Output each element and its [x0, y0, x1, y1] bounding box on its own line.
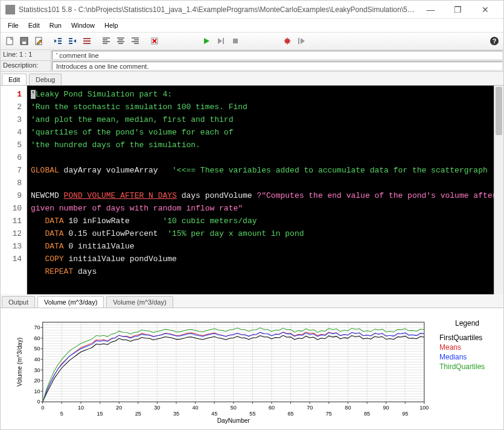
- tab-debug[interactable]: Debug: [29, 74, 62, 85]
- svg-text:30: 30: [34, 367, 40, 373]
- tab-edit[interactable]: Edit: [2, 74, 27, 85]
- minimize-button[interactable]: —: [417, 1, 444, 18]
- svg-text:70: 70: [307, 405, 313, 411]
- toolbar: ?: [1, 32, 503, 50]
- svg-text:0: 0: [37, 399, 40, 405]
- align-right-icon[interactable]: [129, 34, 142, 48]
- legend-item: ThirdQuartiles: [439, 362, 495, 371]
- titlebar: Statistics101 5.8 - C:\nbProjects\Statis…: [1, 1, 503, 19]
- code-content[interactable]: 'Leaky Pond Simulation part 4:'Run the s…: [27, 86, 503, 294]
- menu-edit[interactable]: Edit: [25, 21, 43, 30]
- svg-text:?: ?: [493, 37, 497, 45]
- chart-svg: 0102030405060700102030405060708090100515…: [7, 313, 437, 426]
- svg-text:20: 20: [34, 378, 40, 384]
- description-label: Description:: [1, 61, 51, 71]
- legend-item: Medians: [439, 353, 495, 361]
- line-label: Line: 1 : 1: [1, 50, 51, 60]
- svg-text:90: 90: [383, 405, 389, 411]
- tab-volume-1[interactable]: Volume (m^3/day): [37, 296, 104, 308]
- svg-rect-8: [298, 38, 299, 44]
- svg-text:75: 75: [326, 411, 332, 417]
- align-center-icon[interactable]: [114, 34, 127, 48]
- svg-text:80: 80: [345, 405, 351, 411]
- help-icon[interactable]: ?: [488, 34, 501, 48]
- line-info-bar: Line: 1 : 1 ' comment line: [1, 50, 503, 61]
- legend-title: Legend: [439, 319, 495, 327]
- menu-help[interactable]: Help: [101, 21, 122, 30]
- svg-text:85: 85: [364, 411, 370, 417]
- indent-icon[interactable]: [66, 34, 79, 48]
- svg-rect-6: [233, 39, 238, 43]
- svg-rect-5: [223, 38, 224, 44]
- svg-text:DayNumber: DayNumber: [217, 417, 250, 424]
- scrollbar-thumb[interactable]: [496, 87, 502, 135]
- menu-file[interactable]: File: [4, 21, 22, 30]
- svg-text:50: 50: [34, 346, 40, 352]
- save-icon[interactable]: [18, 34, 31, 48]
- description-bar: Description: Introduces a one line comme…: [1, 61, 503, 72]
- maximize-button[interactable]: ❐: [444, 1, 471, 18]
- svg-text:55: 55: [249, 411, 255, 417]
- svg-text:10: 10: [34, 388, 40, 394]
- svg-text:70: 70: [34, 324, 40, 330]
- legend-item: FirstQuartiles: [439, 334, 495, 342]
- svg-text:60: 60: [269, 405, 275, 411]
- run-icon[interactable]: [200, 34, 213, 48]
- line-gutter: 1234567891011121314: [1, 86, 27, 294]
- menu-run[interactable]: Run: [46, 21, 65, 30]
- stop-icon[interactable]: [229, 34, 242, 48]
- svg-text:25: 25: [135, 411, 141, 417]
- close-button[interactable]: ✕: [471, 1, 499, 18]
- svg-text:Volume (m^3/day): Volume (m^3/day): [16, 338, 23, 387]
- svg-text:0: 0: [41, 405, 44, 411]
- svg-text:5: 5: [60, 411, 63, 417]
- edit-icon[interactable]: [32, 34, 45, 48]
- description-value: Introduces a one line comment.: [52, 62, 503, 71]
- svg-text:30: 30: [154, 405, 160, 411]
- editor-scrollbar[interactable]: [494, 86, 503, 294]
- svg-text:35: 35: [173, 411, 179, 417]
- svg-text:95: 95: [402, 411, 408, 417]
- new-file-icon[interactable]: [3, 34, 16, 48]
- format-icon[interactable]: [80, 34, 94, 48]
- window-title: Statistics101 5.8 - C:\nbProjects\Statis…: [19, 5, 417, 14]
- run-step-icon[interactable]: [214, 34, 228, 48]
- outdent-icon[interactable]: [51, 34, 65, 48]
- tab-volume-2[interactable]: Volume (m^3/day): [106, 296, 173, 308]
- svg-text:20: 20: [116, 405, 122, 411]
- code-editor[interactable]: 1234567891011121314 'Leaky Pond Simulati…: [1, 86, 503, 294]
- menubar: File Edit Run Window Help: [1, 19, 503, 32]
- svg-text:40: 40: [193, 405, 199, 411]
- editor-tabs: Edit Debug: [1, 72, 503, 86]
- svg-rect-2: [22, 42, 26, 44]
- align-left-icon[interactable]: [100, 34, 113, 48]
- chart-panel: 0102030405060700102030405060708090100515…: [1, 308, 503, 429]
- line-value: ' comment line: [52, 51, 503, 60]
- chart-legend: Legend FirstQuartilesMeansMediansThirdQu…: [437, 313, 497, 426]
- svg-text:15: 15: [97, 411, 103, 417]
- tab-output[interactable]: Output: [2, 296, 35, 308]
- output-tabs: Output Volume (m^3/day) Volume (m^3/day): [1, 294, 503, 308]
- svg-rect-0: [7, 37, 13, 45]
- svg-text:40: 40: [34, 356, 40, 362]
- svg-text:65: 65: [288, 411, 294, 417]
- svg-text:45: 45: [211, 411, 217, 417]
- svg-text:50: 50: [231, 405, 237, 411]
- app-icon: [5, 5, 15, 14]
- svg-text:60: 60: [34, 335, 40, 341]
- debug-icon[interactable]: [281, 34, 294, 48]
- svg-text:10: 10: [78, 405, 84, 411]
- delete-icon[interactable]: [148, 34, 161, 48]
- svg-text:100: 100: [419, 405, 429, 411]
- legend-item: Means: [439, 343, 495, 352]
- continue-icon[interactable]: [295, 34, 308, 48]
- menu-window[interactable]: Window: [68, 21, 98, 30]
